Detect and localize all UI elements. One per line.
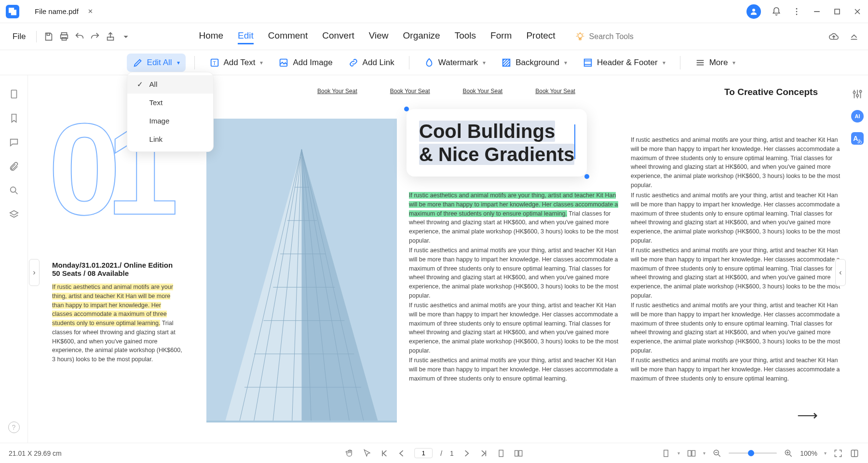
first-page-icon[interactable] (380, 449, 389, 458)
fit-page-icon[interactable] (687, 449, 696, 458)
header-footer-button[interactable]: Header & Footer▾ (577, 54, 671, 72)
more-quick-icon[interactable] (121, 31, 131, 42)
search-icon[interactable] (9, 185, 19, 196)
file-menu[interactable]: File (9, 30, 29, 43)
book-link[interactable]: Book Your Seat (390, 88, 430, 95)
tab-form[interactable]: Form (490, 28, 512, 44)
zoom-thumb[interactable] (748, 450, 754, 456)
last-page-icon[interactable] (479, 449, 488, 458)
fullscreen-icon[interactable] (833, 449, 843, 458)
edit-all-button[interactable]: Edit All ▾ ✓All Text Image Link (127, 54, 186, 72)
col2-para4[interactable]: If rustic aesthetics and animal motifs a… (631, 301, 843, 355)
dropdown-item-link[interactable]: Link (127, 130, 213, 149)
bookmarks-icon[interactable] (9, 113, 19, 123)
cloud-upload-icon[interactable] (828, 31, 839, 42)
search-tools-input[interactable] (589, 32, 686, 41)
col2-para3[interactable]: If rustic aesthetics and animal motifs a… (631, 246, 843, 300)
page-dimensions: 21.01 X 29.69 cm (9, 449, 62, 457)
expand-right-panel[interactable]: ‹ (835, 259, 846, 286)
svg-rect-35 (11, 90, 16, 98)
next-page-icon[interactable] (461, 449, 471, 458)
page-input[interactable] (414, 448, 433, 458)
tab-home[interactable]: Home (199, 28, 223, 44)
add-image-button[interactable]: Add Image (272, 54, 338, 72)
prev-page-icon[interactable] (397, 449, 407, 458)
comments-icon[interactable] (9, 137, 19, 148)
maximize-icon[interactable] (832, 7, 842, 16)
book-link[interactable]: Book Your Seat (317, 88, 357, 95)
save-icon[interactable] (43, 31, 54, 42)
next-arrow-icon[interactable]: ⟶ (797, 407, 818, 423)
dropdown-item-text[interactable]: Text (127, 94, 213, 112)
minimize-icon[interactable] (812, 7, 822, 16)
properties-icon[interactable] (851, 88, 864, 100)
tab-tools[interactable]: Tools (455, 28, 476, 44)
selection-handle[interactable] (584, 174, 589, 179)
left-paragraph[interactable]: If rustic aesthetics and animal motifs a… (52, 283, 182, 364)
attachments-icon[interactable] (9, 161, 19, 172)
add-link-button[interactable]: Add Link (342, 54, 400, 72)
link-icon (348, 57, 359, 68)
tab-convert[interactable]: Convert (322, 28, 354, 44)
select-tool-icon[interactable] (362, 449, 372, 458)
tab-protect[interactable]: Protect (526, 28, 555, 44)
meta-line2: 50 Seats / 08 Available (52, 269, 177, 277)
file-tab[interactable]: File name.pdf ✕ (26, 4, 98, 18)
search-tools[interactable] (575, 31, 686, 42)
redo-icon[interactable] (90, 31, 100, 42)
help-icon[interactable]: ? (8, 422, 20, 433)
svg-point-57 (853, 92, 855, 94)
zoom-in-icon[interactable] (784, 449, 793, 458)
book-link[interactable]: Book Your Seat (535, 88, 575, 95)
close-tab-icon[interactable]: ✕ (88, 8, 93, 15)
add-text-label: Add Text (224, 58, 256, 68)
tab-organize[interactable]: Organize (403, 28, 440, 44)
translate-icon[interactable]: Aあ (851, 132, 864, 145)
add-text-button[interactable]: T Add Text▾ (203, 54, 269, 72)
more-button[interactable]: More▾ (689, 54, 742, 72)
expand-left-panel[interactable]: › (29, 259, 40, 286)
dropdown-item-image[interactable]: Image (127, 112, 213, 130)
ai-assistant-icon[interactable]: AI (851, 110, 864, 123)
zoom-slider[interactable] (729, 452, 777, 454)
print-icon[interactable] (59, 31, 69, 42)
hand-tool-icon[interactable] (345, 449, 354, 458)
selection-handle[interactable] (404, 107, 409, 111)
zoom-out-icon[interactable] (712, 449, 722, 458)
book-link[interactable]: Book Your Seat (462, 88, 502, 95)
col1-para3[interactable]: If rustic aesthetics and animal motifs a… (409, 301, 621, 355)
kebab-menu-icon[interactable] (792, 7, 801, 16)
bell-icon[interactable] (772, 7, 781, 16)
collapse-ribbon-icon[interactable] (849, 31, 859, 42)
col2-para2[interactable]: If rustic aesthetics and animal motifs a… (631, 191, 843, 245)
col1-para4[interactable]: If rustic aesthetics and animal motifs a… (409, 356, 621, 383)
headline-selection[interactable]: Cool Bulldings& Nice Gradients (407, 109, 587, 177)
svg-text:あ: あ (857, 138, 862, 144)
col1-para1[interactable]: If rustic aesthetics and animal motifs a… (409, 191, 621, 245)
undo-icon[interactable] (74, 31, 85, 42)
col2-para1[interactable]: If rustic aesthetics and animal motifs a… (631, 136, 843, 190)
reading-mode-icon[interactable] (850, 449, 859, 458)
tab-comment[interactable]: Comment (268, 28, 308, 44)
dropdown-item-all[interactable]: ✓All (127, 75, 213, 94)
fit-width-icon[interactable] (661, 449, 671, 458)
svg-rect-68 (519, 450, 522, 456)
building-image[interactable] (206, 119, 397, 422)
tab-view[interactable]: View (369, 28, 389, 44)
two-page-icon[interactable] (514, 449, 523, 458)
close-window-icon[interactable] (853, 7, 862, 16)
watermark-button[interactable]: Watermark▾ (418, 54, 492, 72)
single-page-icon[interactable] (496, 449, 506, 458)
layers-icon[interactable] (9, 209, 19, 220)
col2-para5[interactable]: If rustic aesthetics and animal motifs a… (631, 356, 843, 383)
svg-text:T: T (213, 60, 216, 66)
share-icon[interactable] (105, 31, 116, 42)
more-label: More (709, 58, 728, 68)
background-button[interactable]: Background▾ (495, 54, 573, 72)
svg-rect-70 (688, 450, 692, 456)
user-avatar[interactable] (746, 4, 761, 19)
col1-para2[interactable]: If rustic aesthetics and animal motifs a… (409, 246, 621, 300)
thumbnails-icon[interactable] (9, 89, 19, 99)
add-link-label: Add Link (363, 58, 394, 68)
tab-edit[interactable]: Edit (238, 28, 254, 44)
